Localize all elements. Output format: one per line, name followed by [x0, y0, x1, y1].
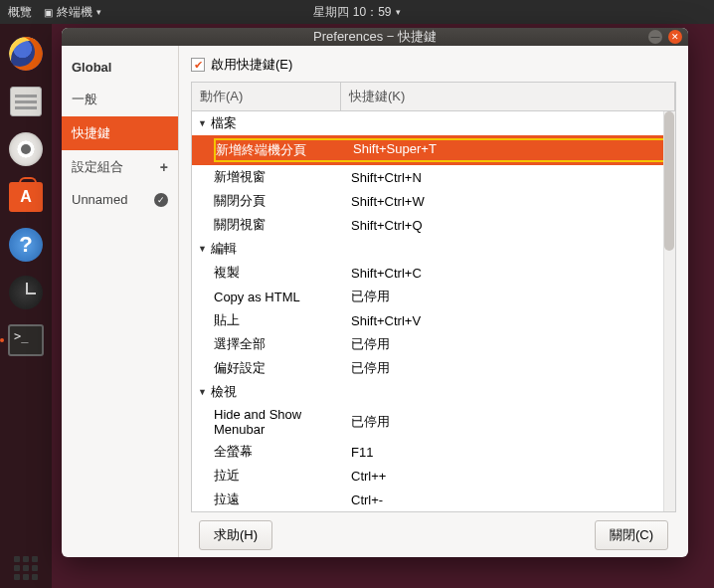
shortcut-row[interactable]: 新增視窗Shift+Ctrl+N	[192, 165, 675, 189]
action-cell: 新增終端機分頁	[216, 141, 353, 159]
sidebar-item-shortcuts[interactable]: 快捷鍵	[62, 116, 178, 150]
terminal-indicator-icon: ▣	[44, 7, 53, 18]
triangle-down-icon: ▼	[198, 244, 207, 254]
triangle-down-icon: ▼	[198, 387, 207, 397]
key-cell: Ctrl++	[351, 469, 675, 484]
triangle-down-icon: ▼	[198, 118, 207, 128]
shortcut-row[interactable]: 全螢幕F11	[192, 440, 675, 464]
column-shortcut[interactable]: 快捷鍵(K)	[341, 83, 675, 110]
key-cell: Shift+Ctrl+Q	[351, 218, 675, 233]
action-cell: 偏好設定	[214, 359, 351, 377]
key-cell: Shift+Ctrl+C	[351, 266, 675, 281]
firefox-icon	[9, 37, 43, 71]
shortcut-row[interactable]: Copy as HTML已停用	[192, 285, 675, 308]
group-row[interactable]: ▼檔案	[192, 111, 675, 135]
shortcut-row[interactable]: 貼上Shift+Ctrl+V	[192, 308, 675, 332]
key-cell: Shift+Ctrl+V	[351, 313, 675, 328]
help-icon: ?	[9, 228, 43, 262]
group-label: 編輯	[211, 240, 237, 258]
action-cell: 複製	[214, 264, 351, 282]
key-cell: 已停用	[351, 359, 675, 377]
action-cell: Copy as HTML	[214, 290, 351, 304]
action-cell: Hide and Show Menubar	[214, 407, 351, 437]
key-cell: Shift+Super+T	[353, 141, 673, 159]
top-panel: 概覽 ▣ 終端機 ▾ 星期四 10：59 ▾	[0, 0, 714, 24]
shortcut-row[interactable]: 拉近Ctrl++	[192, 464, 675, 488]
shortcut-row[interactable]: 新增終端機分頁Shift+Super+T	[192, 135, 675, 165]
table-body[interactable]: ▼檔案新增終端機分頁Shift+Super+T新增視窗Shift+Ctrl+N關…	[192, 111, 675, 511]
action-cell: 貼上	[214, 311, 351, 329]
dock-help[interactable]: ?	[6, 225, 46, 265]
chevron-down-icon: ▾	[396, 7, 401, 17]
sidebar-item-label: Unnamed	[72, 192, 127, 207]
close-button[interactable]: 關閉(C)	[595, 520, 668, 550]
action-cell: 全螢幕	[214, 443, 351, 461]
chevron-down-icon: ▾	[96, 7, 101, 17]
dock-rhythmbox[interactable]	[6, 129, 46, 169]
key-cell: 已停用	[351, 288, 675, 305]
action-cell: 拉近	[214, 467, 351, 485]
sidebar-item-label: 一般	[72, 91, 97, 108]
shortcut-row[interactable]: 關閉分頁Shift+Ctrl+W	[192, 189, 675, 213]
dock-software[interactable]: A	[6, 177, 46, 217]
group-label: 檔案	[211, 114, 237, 132]
files-icon	[10, 87, 42, 116]
key-cell: Shift+Ctrl+W	[351, 194, 675, 209]
shortcuts-table: 動作(A) 快捷鍵(K) ▼檔案新增終端機分頁Shift+Super+T新增視窗…	[191, 82, 676, 512]
sidebar-profiles-label: 設定組合	[72, 158, 123, 176]
group-row[interactable]: ▼檢視	[192, 380, 675, 404]
enable-shortcuts-label: 啟用快捷鍵(E)	[211, 56, 292, 74]
dock-terminal[interactable]: >_	[6, 320, 46, 360]
add-profile-icon[interactable]: +	[160, 159, 168, 175]
dock-files[interactable]	[6, 82, 46, 121]
terminal-icon: >_	[8, 324, 44, 356]
main-pane: ✔ 啟用快捷鍵(E) 動作(A) 快捷鍵(K) ▼檔案新增終端機分頁Shift+…	[179, 46, 688, 557]
enable-shortcuts-checkbox[interactable]: ✔	[191, 58, 205, 72]
shortcut-row[interactable]: 拉遠Ctrl+-	[192, 488, 675, 511]
shortcut-row[interactable]: 關閉視窗Shift+Ctrl+Q	[192, 213, 675, 237]
titlebar[interactable]: Preferences − 快捷鍵 — ✕	[62, 28, 688, 46]
action-cell: 選擇全部	[214, 335, 351, 353]
sidebar-header-global: Global	[62, 52, 178, 83]
app-menu-label: 終端機	[57, 4, 92, 21]
dock: A ? >_	[0, 24, 52, 588]
show-applications[interactable]	[6, 548, 46, 588]
dock-firefox[interactable]	[6, 34, 46, 74]
shopping-bag-icon: A	[9, 182, 43, 212]
speaker-icon	[9, 132, 43, 166]
key-cell: Shift+Ctrl+N	[351, 170, 675, 185]
group-label: 檢視	[211, 383, 237, 401]
shortcut-row[interactable]: 偏好設定已停用	[192, 356, 675, 380]
table-header: 動作(A) 快捷鍵(K)	[192, 83, 675, 111]
help-button[interactable]: 求助(H)	[199, 520, 272, 550]
app-menu[interactable]: ▣ 終端機 ▾	[44, 4, 101, 21]
key-cell: Ctrl+-	[351, 492, 675, 507]
default-profile-icon: ✓	[154, 193, 168, 207]
action-cell: 關閉分頁	[214, 192, 351, 210]
sidebar: Global 一般 快捷鍵 設定組合 + Unnamed ✓	[62, 46, 179, 557]
close-window-button[interactable]: ✕	[668, 30, 682, 44]
minimize-button[interactable]: —	[648, 30, 662, 44]
window-title: Preferences − 快捷鍵	[313, 28, 437, 46]
group-row[interactable]: ▼編輯	[192, 237, 675, 261]
dock-clocks[interactable]	[6, 273, 46, 312]
sidebar-item-general[interactable]: 一般	[62, 83, 178, 116]
action-cell: 新增視窗	[214, 168, 351, 186]
key-cell: F11	[351, 445, 675, 460]
clock-icon	[9, 276, 43, 309]
shortcut-row[interactable]: 選擇全部已停用	[192, 332, 675, 356]
activities-button[interactable]: 概覽	[8, 4, 32, 21]
scrollbar-thumb[interactable]	[664, 111, 674, 251]
action-cell: 拉遠	[214, 490, 351, 508]
shortcut-row[interactable]: 複製Shift+Ctrl+C	[192, 261, 675, 285]
sidebar-profile-unnamed[interactable]: Unnamed ✓	[62, 184, 178, 215]
clock[interactable]: 星期四 10：59	[313, 4, 391, 21]
sidebar-item-label: 快捷鍵	[72, 124, 110, 142]
sidebar-header-profiles: 設定組合 +	[62, 150, 178, 184]
scrollbar[interactable]	[663, 111, 675, 511]
preferences-window: Preferences − 快捷鍵 — ✕ Global 一般 快捷鍵 設定組合…	[62, 28, 688, 557]
column-action[interactable]: 動作(A)	[192, 83, 341, 110]
key-cell: 已停用	[351, 413, 675, 431]
shortcut-row[interactable]: Hide and Show Menubar已停用	[192, 404, 675, 440]
action-cell: 關閉視窗	[214, 216, 351, 234]
